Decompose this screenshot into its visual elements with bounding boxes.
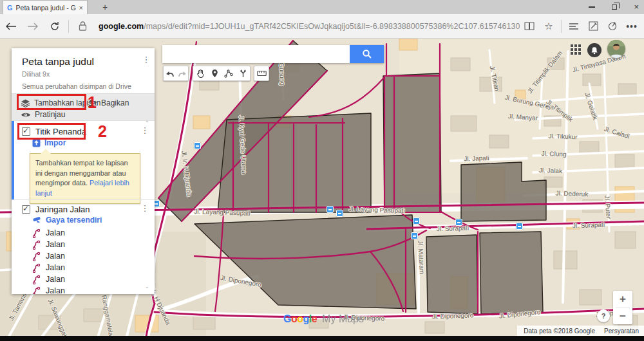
draw-toolbar	[193, 66, 251, 81]
layer-tooltip: Tambahkan tempat ke lapisan ini dengan m…	[30, 153, 140, 204]
share-icon[interactable]	[603, 21, 622, 31]
transit-stop-icon[interactable]	[455, 219, 462, 226]
browser-tab[interactable]: G Peta tanpa judul - Goog ×	[3, 0, 88, 14]
layer-roads-checkbox[interactable]	[22, 205, 30, 214]
tab-title: Peta tanpa judul - Goog	[16, 4, 76, 12]
layer-roads-row: Jaringan Jalan	[22, 205, 90, 214]
search-input[interactable]	[162, 45, 350, 63]
url-path: /maps/d/edit?mid=1JOUH1u_gTARf42C5KIEsOw…	[144, 22, 520, 31]
road-item-label: Jalan	[46, 286, 65, 294]
transit-stop-icon[interactable]	[413, 217, 420, 225]
route-line-icon	[32, 240, 41, 250]
road-item[interactable]: Jalan	[12, 273, 155, 285]
notifications-bell-icon[interactable]	[587, 43, 601, 57]
pan-hand-tool[interactable]	[193, 66, 207, 80]
forward-icon[interactable]	[22, 22, 44, 31]
transit-stop-icon[interactable]	[336, 210, 343, 217]
street-label: Gunung	[278, 62, 287, 86]
street-label: Jl. Tikukur	[548, 133, 577, 141]
google-favicon-icon: G	[7, 4, 13, 12]
reading-view-icon[interactable]	[520, 22, 539, 30]
site-lock-icon[interactable]	[71, 21, 93, 31]
redo-button[interactable]	[176, 66, 188, 80]
layer-roads-name[interactable]: Jaringan Jalan	[35, 205, 90, 214]
screen: G Peta tanpa judul - Goog × + × google.c…	[0, 0, 644, 341]
road-item[interactable]: Jalan	[12, 285, 155, 294]
scroll-up-icon[interactable]: ⌃	[145, 120, 149, 126]
road-item-label: Jalan	[46, 275, 65, 284]
restore-icon[interactable]	[612, 5, 617, 10]
terms-link[interactable]: Persyaratan	[604, 327, 639, 335]
transit-stop-icon[interactable]	[516, 223, 523, 230]
zoom-in-button[interactable]: +	[613, 291, 632, 308]
map-attribution: Data peta ©2018 Google Persyaratan	[517, 326, 644, 336]
minimize-icon[interactable]	[589, 6, 595, 8]
road-item-label: Jalan	[46, 228, 65, 237]
divider	[12, 199, 155, 200]
transit-stop-icon[interactable]	[411, 232, 418, 239]
map-editor-panel: Peta tanpa judul ⋮ Dilihat 9x Semua peru…	[12, 48, 155, 294]
divider	[68, 20, 69, 33]
road-item[interactable]: Jalan	[12, 262, 155, 273]
draw-line-tool[interactable]	[222, 66, 236, 80]
user-avatar[interactable]	[607, 40, 625, 58]
help-button[interactable]: ?	[597, 309, 610, 322]
undo-redo-toolbar	[163, 66, 189, 81]
back-icon[interactable]	[0, 22, 22, 31]
import-button[interactable]: Impor	[32, 138, 66, 147]
road-item[interactable]: Jalan	[12, 239, 155, 250]
street-label: Jl. Surapati	[573, 221, 605, 230]
url-host: google.com	[99, 22, 144, 31]
annotation-digit-1: 1	[88, 93, 97, 112]
nav-right-icons: ☆ •••	[520, 20, 641, 33]
transit-stop-icon[interactable]	[327, 206, 334, 213]
autosave-status: Semua perubahan disimpan di Drive	[22, 82, 131, 90]
browser-nav-bar: google.com/maps/d/edit?mid=1JOUH1u_gTARf…	[0, 14, 644, 39]
street-label: Jl. Japati	[464, 154, 489, 162]
style-button[interactable]: Gaya tersendiri	[33, 216, 102, 225]
measure-tool[interactable]	[254, 66, 269, 80]
map-viewport[interactable]: Jl. Layang PasupatiJl. Layang PasupatiJl…	[0, 39, 644, 341]
tab-close-icon[interactable]: ×	[79, 4, 83, 12]
layer-roads-menu-icon[interactable]: ⋮	[140, 203, 149, 213]
road-item-label: Jalan	[46, 252, 65, 261]
import-label: Impor	[44, 138, 66, 147]
road-item[interactable]: Jalan	[12, 250, 155, 262]
view-count: Dilihat 9x	[22, 70, 50, 78]
street-label: Jl. Jalak	[539, 167, 562, 174]
attribution-text: Data peta ©2018 Google	[524, 327, 595, 335]
refresh-icon[interactable]	[44, 21, 66, 32]
map-title[interactable]: Peta tanpa judul	[22, 56, 94, 68]
paint-roller-icon	[33, 216, 42, 225]
more-menu-icon[interactable]: •••	[622, 21, 641, 32]
add-directions-tool[interactable]	[236, 66, 250, 80]
route-line-icon	[32, 286, 41, 295]
window-controls: ×	[589, 0, 639, 14]
road-item-label: Jalan	[46, 240, 65, 249]
google-apps-grid-icon[interactable]	[571, 44, 582, 56]
close-window-icon[interactable]: ×	[634, 0, 639, 14]
zoom-control: + −	[613, 291, 632, 324]
scroll-down-icon[interactable]: ⌄	[145, 284, 149, 290]
search-button[interactable]	[350, 45, 384, 63]
route-line-icon	[32, 228, 41, 238]
zoom-out-button[interactable]: −	[613, 308, 632, 325]
address-bar[interactable]: google.com/maps/d/edit?mid=1JOUH1u_gTARf…	[93, 18, 520, 35]
street-label: Jl. Surapati	[437, 225, 469, 233]
style-label: Gaya tersendiri	[46, 216, 102, 225]
hub-icon[interactable]	[564, 23, 583, 30]
road-item[interactable]: Jalan	[12, 227, 155, 239]
transit-stop-icon[interactable]	[194, 142, 201, 149]
map-menu-icon[interactable]: ⋮	[142, 55, 151, 64]
windows-taskbar-edge[interactable]	[0, 336, 644, 341]
new-tab-button[interactable]: +	[97, 1, 113, 13]
preview-button[interactable]: Pratinjau	[21, 110, 65, 119]
add-marker-tool[interactable]	[207, 66, 222, 80]
undo-button[interactable]	[164, 66, 176, 80]
web-note-icon[interactable]	[583, 21, 603, 31]
search-icon	[362, 49, 372, 59]
favorite-star-icon[interactable]: ☆	[539, 21, 558, 32]
street-label: Jl. Diponegoro	[432, 311, 474, 320]
annotation-box-2	[17, 123, 86, 140]
layer-marker-menu-icon[interactable]: ⋮	[140, 125, 149, 135]
